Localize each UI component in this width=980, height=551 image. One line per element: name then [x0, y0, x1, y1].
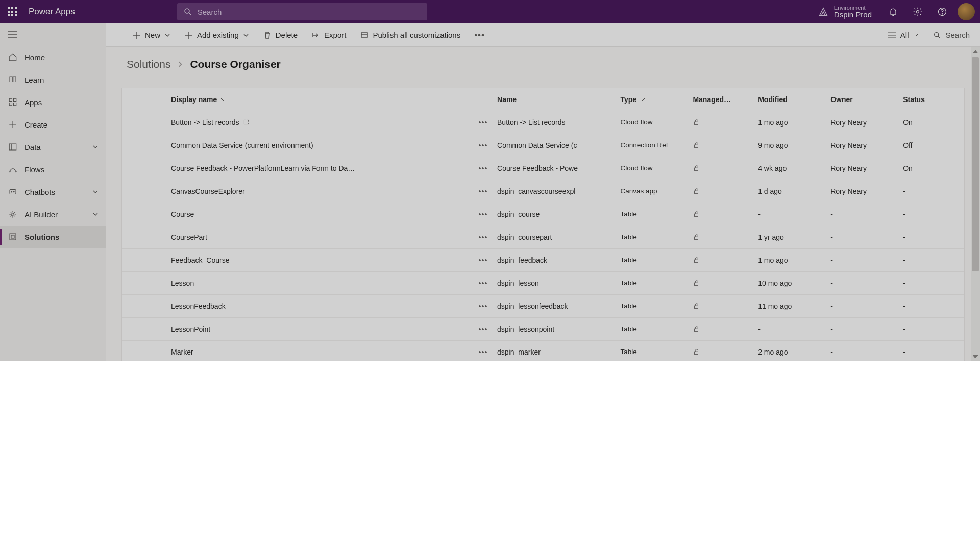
row-more-button[interactable]: [477, 165, 489, 171]
row-checkbox[interactable]: [122, 180, 167, 203]
chevron-right-icon: [177, 61, 184, 68]
cell-display-name[interactable]: Course Feedback - PowerPlatformLearn via…: [167, 157, 493, 180]
nav-collapse-button[interactable]: [0, 23, 24, 46]
cell-display-name[interactable]: Feedback_Course: [167, 248, 493, 271]
table-row[interactable]: Lesson dspin_lesson Table 10 mo ago - -: [122, 271, 964, 294]
col-name[interactable]: Name: [493, 88, 616, 111]
table-row[interactable]: Common Data Service (current environment…: [122, 134, 964, 157]
cell-display-name[interactable]: CoursePart: [167, 226, 493, 248]
cell-managed: [689, 271, 754, 294]
publish-icon: [360, 31, 369, 39]
vertical-scrollbar[interactable]: [971, 47, 980, 361]
col-status[interactable]: Status: [899, 88, 964, 111]
svg-rect-2: [15, 7, 17, 9]
breadcrumb-root[interactable]: Solutions: [127, 58, 170, 70]
cell-display-name[interactable]: Marker: [167, 340, 493, 363]
nav-item-learn[interactable]: Learn: [0, 68, 106, 91]
row-checkbox[interactable]: [122, 226, 167, 248]
cell-display-name[interactable]: CanvasCourseExplorer: [167, 180, 493, 203]
nav-item-solutions[interactable]: Solutions: [0, 226, 106, 248]
cell-display-name[interactable]: Common Data Service (current environment…: [167, 134, 493, 157]
col-display-name[interactable]: Display name: [167, 88, 493, 111]
cmd-delete[interactable]: Delete: [257, 23, 304, 46]
environment-picker[interactable]: Environment Dspin Prod: [808, 5, 881, 19]
row-more-button[interactable]: [477, 234, 489, 240]
svg-rect-83: [695, 306, 698, 308]
cell-type: Table: [616, 248, 689, 271]
row-more-button[interactable]: [477, 349, 489, 355]
notifications-button[interactable]: [881, 0, 905, 23]
table-row[interactable]: Button -> List records Button -> List re…: [122, 111, 964, 134]
nav-item-flows[interactable]: Flows: [0, 158, 106, 181]
row-checkbox[interactable]: [122, 340, 167, 363]
svg-rect-5: [15, 11, 17, 13]
table-row[interactable]: CanvasCourseExplorer dspin_canvascoursee…: [122, 180, 964, 203]
settings-button[interactable]: [905, 0, 930, 23]
scrollbar-thumb[interactable]: [972, 57, 979, 271]
help-button[interactable]: [930, 0, 954, 23]
cell-type: Table: [616, 294, 689, 317]
nav-item-create[interactable]: Create: [0, 113, 106, 136]
col-select-all[interactable]: [122, 88, 167, 111]
cmd-add-existing[interactable]: Add existing: [179, 23, 255, 46]
nav-item-chatbots[interactable]: Chatbots: [0, 181, 106, 203]
svg-rect-71: [695, 237, 698, 239]
col-owner[interactable]: Owner: [826, 88, 899, 111]
table-row[interactable]: Feedback_Course dspin_feedback Table 1 m…: [122, 248, 964, 271]
cmd-new[interactable]: New: [127, 23, 177, 46]
row-checkbox[interactable]: [122, 203, 167, 226]
col-managed[interactable]: Managed…: [689, 88, 754, 111]
cell-owner: Rory Neary: [826, 111, 899, 134]
table-row[interactable]: CoursePart dspin_coursepart Table 1 yr a…: [122, 226, 964, 248]
svg-rect-8: [15, 14, 17, 16]
cell-status: On: [899, 111, 964, 134]
cell-managed: [689, 226, 754, 248]
user-avatar[interactable]: [958, 3, 975, 20]
row-more-button[interactable]: [477, 257, 489, 263]
row-checkbox[interactable]: [122, 294, 167, 317]
nav-item-data[interactable]: Data: [0, 136, 106, 158]
row-checkbox[interactable]: [122, 271, 167, 294]
scroll-up-icon[interactable]: [971, 47, 980, 56]
row-more-button[interactable]: [477, 188, 489, 194]
table-row[interactable]: Marker dspin_marker Table 2 mo ago - -: [122, 340, 964, 363]
row-more-button[interactable]: [477, 211, 489, 217]
table-row[interactable]: Course Feedback - PowerPlatformLearn via…: [122, 157, 964, 180]
col-modified[interactable]: Modified: [754, 88, 826, 111]
app-launcher-button[interactable]: [0, 0, 24, 23]
cmd-overflow[interactable]: [469, 23, 490, 46]
row-more-button[interactable]: [477, 326, 489, 332]
row-more-button[interactable]: [477, 142, 489, 148]
view-selector[interactable]: All: [882, 31, 925, 39]
svg-point-42: [482, 34, 484, 36]
row-more-button[interactable]: [477, 119, 489, 126]
svg-point-62: [485, 190, 487, 192]
row-checkbox[interactable]: [122, 134, 167, 157]
svg-point-46: [935, 32, 939, 36]
cell-display-name[interactable]: Button -> List records: [167, 111, 493, 134]
cell-display-name[interactable]: LessonPoint: [167, 317, 493, 340]
grid-search[interactable]: Search: [927, 31, 980, 39]
row-checkbox[interactable]: [122, 248, 167, 271]
row-checkbox[interactable]: [122, 111, 167, 134]
nav-item-aibuilder[interactable]: AI Builder: [0, 203, 106, 226]
table-row[interactable]: Course dspin_course Table - - -: [122, 203, 964, 226]
scroll-down-icon[interactable]: [971, 352, 980, 361]
nav-item-apps[interactable]: Apps: [0, 91, 106, 113]
row-more-button[interactable]: [477, 303, 489, 309]
row-more-button[interactable]: [477, 280, 489, 286]
cmd-publish-all[interactable]: Publish all customizations: [354, 23, 467, 46]
global-search-input[interactable]: [198, 8, 421, 16]
cmd-export[interactable]: Export: [306, 23, 352, 46]
row-checkbox[interactable]: [122, 157, 167, 180]
table-row[interactable]: LessonPoint dspin_lessonpoint Table - - …: [122, 317, 964, 340]
nav-item-home[interactable]: Home: [0, 46, 106, 68]
cell-display-name[interactable]: LessonFeedback: [167, 294, 493, 317]
global-search[interactable]: [177, 3, 427, 20]
table-row[interactable]: LessonFeedback dspin_lessonfeedback Tabl…: [122, 294, 964, 317]
col-type[interactable]: Type: [616, 88, 689, 111]
svg-point-58: [485, 167, 487, 169]
cell-display-name[interactable]: Lesson: [167, 271, 493, 294]
cell-display-name[interactable]: Course: [167, 203, 493, 226]
row-checkbox[interactable]: [122, 317, 167, 340]
